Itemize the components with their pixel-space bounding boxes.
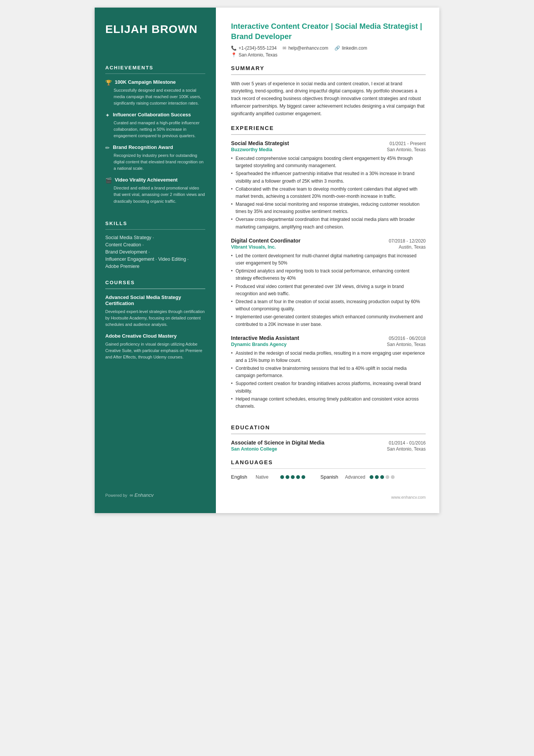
edu-degree: Associate of Science in Digital Media	[231, 440, 325, 446]
summary-divider	[231, 74, 426, 75]
email-contact: ✉ help@enhancv.com	[283, 45, 328, 51]
skill-item: Influencer Engagement · Video Editing ·	[105, 257, 205, 262]
achievement-icon: ✦	[105, 112, 110, 118]
experience-item: Interactive Media Assistant 05/2016 - 06…	[231, 335, 426, 410]
course-item: Adobe Creative Cloud Mastery Gained prof…	[105, 333, 205, 360]
powered-by-text: Powered by	[105, 493, 127, 498]
exp-dates: 05/2016 - 06/2018	[389, 336, 426, 341]
courses-divider	[105, 288, 205, 289]
achievement-desc: Curated and managed a high-profile influ…	[105, 120, 205, 139]
bullet-item: Assisted in the redesign of social media…	[231, 350, 426, 364]
linkedin-icon: 🔗	[334, 45, 340, 51]
course-title: Advanced Social Media Strategy Certifica…	[105, 294, 205, 307]
language-level: Advanced	[345, 474, 366, 480]
language-dot	[375, 475, 379, 479]
main-header: Interactive Content Creator | Social Med…	[231, 21, 426, 58]
achievement-icon: 🏆	[105, 80, 112, 86]
location-row: 📍 San Antonio, Texas	[231, 52, 426, 58]
education-item: Associate of Science in Digital Media 01…	[231, 440, 426, 452]
skills-title: SKILLS	[105, 221, 205, 226]
location-text: San Antonio, Texas	[239, 52, 278, 58]
exp-company: Vibrant Visuals, Inc.	[231, 244, 276, 250]
exp-dates: 07/2018 - 12/2020	[389, 238, 426, 244]
achievement-title: Video Virality Achievement	[115, 177, 178, 183]
experience-item: Social Media Strategist 01/2021 - Presen…	[231, 140, 426, 231]
achievement-desc: Directed and edited a brand promotional …	[105, 185, 205, 204]
courses-title: COURSES	[105, 280, 205, 285]
achievements-title: ACHIEVEMENTS	[105, 65, 205, 70]
bullet-item: Helped manage content schedules, ensurin…	[231, 396, 426, 410]
sidebar-footer: Powered by ∞ Enhancv	[105, 481, 205, 498]
bullet-item: Collaborated with the creative team to d…	[231, 186, 426, 200]
summary-title: SUMMARY	[231, 65, 426, 71]
achievement-item: 🏆 100K Campaign Milestone Successfully d…	[105, 79, 205, 106]
resume-container: ELIJAH BROWN ACHIEVEMENTS 🏆 100K Campaig…	[95, 8, 439, 513]
sidebar: ELIJAH BROWN ACHIEVEMENTS 🏆 100K Campaig…	[95, 8, 216, 513]
title-line1: Interactive Content Creator | Social Med…	[231, 22, 422, 30]
language-dot	[296, 475, 300, 479]
education-section: EDUCATION Associate of Science in Digita…	[231, 424, 426, 452]
bullet-item: Spearheaded the influencer partnership i…	[231, 170, 426, 185]
achievement-desc: Recognized by industry peers for outstan…	[105, 152, 205, 172]
experience-item: Digital Content Coordinator 07/2018 - 12…	[231, 238, 426, 328]
bullet-item: Implemented user-generated content strat…	[231, 313, 426, 328]
summary-text: With over 5 years of experience in socia…	[231, 80, 426, 118]
language-dot	[301, 475, 305, 479]
exp-company: Dynamic Brands Agency	[231, 342, 287, 347]
language-item: Spanish Advanced	[320, 474, 395, 480]
achievement-icon: 🎬	[105, 177, 112, 183]
linkedin-contact: 🔗 linkedin.com	[334, 45, 367, 51]
courses-list: Advanced Social Media Strategy Certifica…	[105, 294, 205, 361]
achievements-section: ACHIEVEMENTS 🏆 100K Campaign Milestone S…	[105, 54, 205, 210]
phone-icon: 📞	[231, 45, 237, 51]
skills-list: Social Media Strategy ·Content Creation …	[105, 235, 205, 269]
languages-section: LANGUAGES English Native Spanish Advance…	[231, 459, 426, 480]
experience-list: Social Media Strategist 01/2021 - Presen…	[231, 140, 426, 410]
language-dot	[291, 475, 295, 479]
language-dot	[391, 475, 395, 479]
bullet-item: Produced viral video content that genera…	[231, 283, 426, 297]
bullet-item: Executed comprehensive social campaigns …	[231, 155, 426, 169]
language-dots	[370, 475, 395, 479]
exp-job-title: Social Media Strategist	[231, 140, 289, 146]
summary-section: SUMMARY With over 5 years of experience …	[231, 65, 426, 117]
achievements-list: 🏆 100K Campaign Milestone Successfully d…	[105, 79, 205, 205]
bullet-item: Optimized analytics and reporting tools …	[231, 268, 426, 282]
language-dot	[370, 475, 373, 479]
bullet-item: Contributed to creative brainstorming se…	[231, 365, 426, 379]
education-title: EDUCATION	[231, 424, 426, 430]
skill-item: Social Media Strategy ·	[105, 235, 205, 240]
bullet-item: Directed a team of four in the creation …	[231, 298, 426, 313]
experience-title: EXPERIENCE	[231, 125, 426, 131]
achievement-icon: ✏	[105, 145, 110, 151]
edu-dates: 01/2014 - 01/2016	[389, 440, 426, 446]
email-icon: ✉	[283, 45, 286, 51]
language-item: English Native	[231, 474, 305, 480]
exp-bullets: Led the content development for multi-ch…	[231, 252, 426, 328]
exp-job-title: Digital Content Coordinator	[231, 238, 301, 244]
exp-job-title: Interactive Media Assistant	[231, 335, 299, 341]
skill-item: Brand Development ·	[105, 249, 205, 255]
achievement-item: 🎬 Video Virality Achievement Directed an…	[105, 177, 205, 204]
language-dots	[280, 475, 305, 479]
languages-divider	[231, 468, 426, 469]
bullet-item: Supported content creation for branding …	[231, 380, 426, 394]
candidate-name: ELIJAH BROWN	[105, 23, 205, 36]
experience-section: EXPERIENCE Social Media Strategist 01/20…	[231, 125, 426, 417]
course-desc: Gained proficiency in visual design util…	[105, 341, 205, 360]
language-dot	[380, 475, 384, 479]
achievement-item: ✦ Influencer Collaboration Success Curat…	[105, 112, 205, 139]
bullet-item: Managed real-time social monitoring and …	[231, 201, 426, 215]
phone-contact: 📞 +1-(234)-555-1234	[231, 45, 276, 51]
course-item: Advanced Social Media Strategy Certifica…	[105, 294, 205, 328]
bullet-item: Oversaw cross-departmental coordination …	[231, 216, 426, 230]
languages-title: LANGUAGES	[231, 459, 426, 465]
achievement-title: 100K Campaign Milestone	[115, 79, 176, 86]
phone-text: +1-(234)-555-1234	[239, 45, 276, 51]
main-footer: www.enhancv.com	[231, 487, 426, 499]
course-title: Adobe Creative Cloud Mastery	[105, 333, 205, 340]
title-line2: Brand Developer	[231, 32, 292, 41]
enhancv-logo: ∞ Enhancv	[130, 492, 153, 498]
edu-school: San Antonio College	[231, 446, 277, 452]
exp-dates: 01/2021 - Present	[390, 141, 426, 146]
